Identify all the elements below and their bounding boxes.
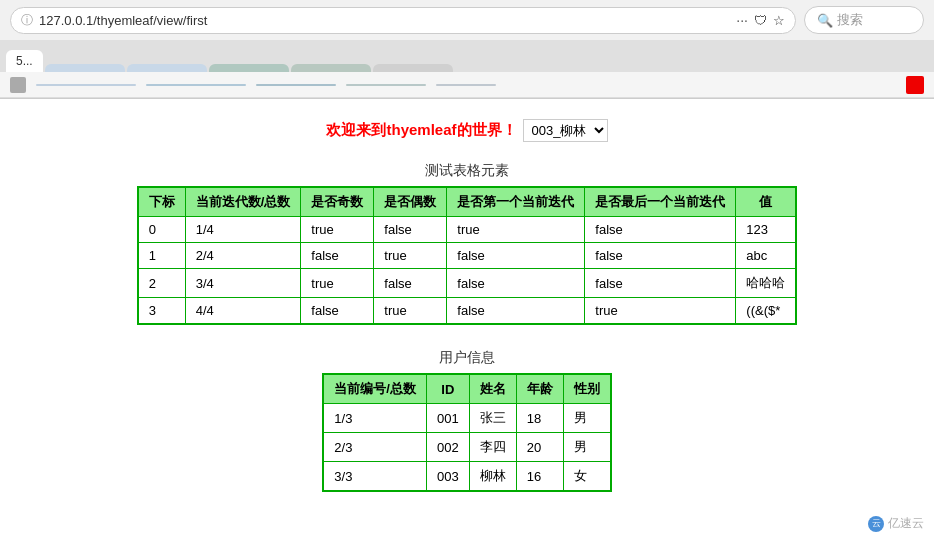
table-cell: 3 [138, 298, 186, 325]
tab-5[interactable] [291, 64, 371, 72]
browser-chrome: ⓘ 127.0.0.1/thyemleaf/view/first ··· 🛡 ☆… [0, 0, 934, 99]
table-cell: false [374, 269, 447, 298]
table-cell: false [447, 269, 585, 298]
url-box[interactable]: ⓘ 127.0.0.1/thyemleaf/view/first ··· 🛡 ☆ [10, 7, 796, 34]
tab-3[interactable] [127, 64, 207, 72]
table-cell: 张三 [469, 404, 516, 433]
table-cell: true [585, 298, 736, 325]
table-cell: 003 [426, 462, 469, 492]
table-cell: true [374, 243, 447, 269]
table-cell: 哈哈哈 [736, 269, 797, 298]
watermark-logo: 云 [868, 516, 884, 532]
bookmark-item-5[interactable] [436, 84, 496, 86]
table-cell: ((&($* [736, 298, 797, 325]
bookmark-favicon-1 [10, 77, 26, 93]
welcome-line: 欢迎来到thyemleaf的世界！ 001_张三002_李四003_柳林 [20, 119, 914, 142]
table1-title: 测试表格元素 [20, 162, 914, 180]
table-row: 12/4falsetruefalsefalseabc [138, 243, 797, 269]
table-cell: 18 [516, 404, 563, 433]
table-row: 34/4falsetruefalsetrue((&($* [138, 298, 797, 325]
table2: 当前编号/总数 ID 姓名 年龄 性别 1/3001张三18男2/3002李四2… [322, 373, 611, 492]
address-bar: ⓘ 127.0.0.1/thyemleaf/view/first ··· 🛡 ☆… [0, 0, 934, 40]
table-cell: 1/4 [185, 217, 301, 243]
table-cell: true [301, 217, 374, 243]
tab-2[interactable] [45, 64, 125, 72]
url-text: 127.0.0.1/thyemleaf/view/first [39, 13, 730, 28]
table-cell: false [301, 243, 374, 269]
table1-container: 下标 当前迭代数/总数 是否奇数 是否偶数 是否第一个当前迭代 是否最后一个当前… [20, 186, 914, 325]
th-odd: 是否奇数 [301, 187, 374, 217]
bookmark-item-2[interactable] [146, 84, 246, 86]
table-cell: 李四 [469, 433, 516, 462]
table-cell: 0 [138, 217, 186, 243]
table1-header-row: 下标 当前迭代数/总数 是否奇数 是否偶数 是否第一个当前迭代 是否最后一个当前… [138, 187, 797, 217]
table-cell: 20 [516, 433, 563, 462]
table1: 下标 当前迭代数/总数 是否奇数 是否偶数 是否第一个当前迭代 是否最后一个当前… [137, 186, 798, 325]
table-cell: 2 [138, 269, 186, 298]
table-row: 01/4truefalsetruefalse123 [138, 217, 797, 243]
welcome-text: 欢迎来到thyemleaf的世界！ [326, 121, 516, 140]
table2-header-row: 当前编号/总数 ID 姓名 年龄 性别 [323, 374, 610, 404]
table-cell: 男 [563, 404, 611, 433]
table-cell: false [301, 298, 374, 325]
table-cell: 1 [138, 243, 186, 269]
table-cell: false [585, 217, 736, 243]
table2-container: 当前编号/总数 ID 姓名 年龄 性别 1/3001张三18男2/3002李四2… [20, 373, 914, 492]
table-cell: false [585, 243, 736, 269]
table-row: 3/3003柳林16女 [323, 462, 610, 492]
bookmark-item-3[interactable] [256, 84, 336, 86]
table-cell: false [447, 243, 585, 269]
table2-title: 用户信息 [20, 349, 914, 367]
star-icon[interactable]: ☆ [773, 13, 785, 28]
th-name: 姓名 [469, 374, 516, 404]
bookmark-red-icon [906, 76, 924, 94]
th-id: ID [426, 374, 469, 404]
table-cell: true [447, 217, 585, 243]
th-last: 是否最后一个当前迭代 [585, 187, 736, 217]
th-num: 当前编号/总数 [323, 374, 426, 404]
th-first: 是否第一个当前迭代 [447, 187, 585, 217]
table-row: 1/3001张三18男 [323, 404, 610, 433]
table-cell: 女 [563, 462, 611, 492]
table-cell: 3/4 [185, 269, 301, 298]
table-row: 2/3002李四20男 [323, 433, 610, 462]
table-cell: 002 [426, 433, 469, 462]
table-cell: 4/4 [185, 298, 301, 325]
bookmarks-bar [0, 72, 934, 98]
th-gender: 性别 [563, 374, 611, 404]
table-cell: 3/3 [323, 462, 426, 492]
table-cell: 男 [563, 433, 611, 462]
table-row: 23/4truefalsefalsefalse哈哈哈 [138, 269, 797, 298]
table-cell: false [447, 298, 585, 325]
user-dropdown[interactable]: 001_张三002_李四003_柳林 [523, 119, 608, 142]
table-cell: 16 [516, 462, 563, 492]
th-value: 值 [736, 187, 797, 217]
bookmark-item-4[interactable] [346, 84, 426, 86]
lock-icon: ⓘ [21, 12, 33, 29]
th-even: 是否偶数 [374, 187, 447, 217]
tabs-bar: 5... [0, 40, 934, 72]
dots-icon[interactable]: ··· [736, 12, 748, 28]
th-index: 下标 [138, 187, 186, 217]
table-cell: false [374, 217, 447, 243]
table-cell: 2/4 [185, 243, 301, 269]
search-placeholder: 搜索 [837, 11, 863, 29]
th-iter: 当前迭代数/总数 [185, 187, 301, 217]
table-cell: true [374, 298, 447, 325]
tab-4[interactable] [209, 64, 289, 72]
watermark: 云 亿速云 [868, 515, 924, 532]
table-cell: 001 [426, 404, 469, 433]
tab-active[interactable]: 5... [6, 50, 43, 72]
page-content: 欢迎来到thyemleaf的世界！ 001_张三002_李四003_柳林 测试表… [0, 99, 934, 536]
table-cell: 123 [736, 217, 797, 243]
bookmark-item-1[interactable] [36, 84, 136, 86]
th-age: 年龄 [516, 374, 563, 404]
table-cell: 1/3 [323, 404, 426, 433]
search-box[interactable]: 🔍 搜索 [804, 6, 924, 34]
table-cell: false [585, 269, 736, 298]
search-icon: 🔍 [817, 13, 833, 28]
table-cell: abc [736, 243, 797, 269]
shield-icon: 🛡 [754, 13, 767, 28]
table-cell: 2/3 [323, 433, 426, 462]
tab-6[interactable] [373, 64, 453, 72]
